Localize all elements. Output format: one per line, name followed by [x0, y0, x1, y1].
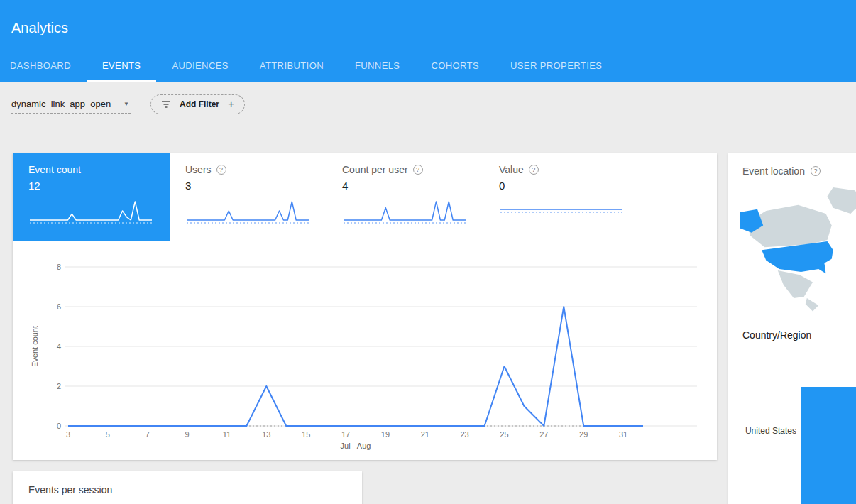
- tab-user-properties[interactable]: USER PROPERTIES: [495, 60, 618, 82]
- svg-text:3: 3: [66, 430, 70, 439]
- north-america-map[interactable]: [738, 186, 856, 324]
- metric-value: 0: [499, 180, 640, 192]
- page-title: Analytics: [11, 20, 68, 36]
- add-filter-button[interactable]: Add Filter +: [150, 94, 245, 114]
- svg-text:5: 5: [106, 430, 110, 439]
- tab-events[interactable]: EVENTS: [87, 60, 156, 82]
- filter-icon: [161, 100, 171, 109]
- svg-text:4: 4: [57, 342, 61, 351]
- country-bar-united-states[interactable]: [801, 387, 856, 504]
- metric-label: Value: [499, 164, 524, 175]
- metric-tile-users[interactable]: Users ? 3: [170, 153, 327, 241]
- metric-tile-event-count[interactable]: Event count 12: [13, 153, 170, 241]
- events-per-session-card: Events per session: [13, 471, 362, 504]
- chevron-down-icon: ▼: [124, 101, 131, 107]
- metric-tile-value[interactable]: Value ? 0: [483, 153, 640, 241]
- metric-label: Users: [185, 164, 212, 175]
- svg-text:Jul - Aug: Jul - Aug: [341, 442, 371, 450]
- svg-text:7: 7: [146, 430, 150, 439]
- main-chart-svg: 0246835791113151719212325272931Jul - Aug: [44, 253, 711, 453]
- users-sparkline: [185, 197, 312, 226]
- svg-text:17: 17: [341, 430, 350, 439]
- tab-dashboard[interactable]: DASHBOARD: [0, 60, 87, 82]
- svg-text:11: 11: [223, 430, 231, 439]
- metric-value: 12: [28, 180, 170, 192]
- event-count-sparkline: [28, 197, 155, 226]
- svg-text:19: 19: [381, 430, 390, 439]
- nav-tabs: DASHBOARD EVENTS AUDIENCES ATTRIBUTION F…: [0, 60, 618, 82]
- metric-value: 4: [342, 180, 483, 192]
- svg-text:15: 15: [302, 430, 310, 439]
- help-icon[interactable]: ?: [811, 166, 821, 176]
- count-per-user-sparkline: [342, 197, 468, 226]
- y-axis-label: Event count: [31, 300, 40, 393]
- map-greenland: [828, 187, 856, 214]
- svg-text:25: 25: [500, 430, 508, 439]
- map-mexico: [778, 270, 813, 298]
- help-icon[interactable]: ?: [413, 165, 423, 175]
- help-icon[interactable]: ?: [529, 165, 539, 175]
- country-row-label: United States: [728, 426, 796, 436]
- event-location-card: Event location ? Country/Region United S…: [728, 153, 856, 504]
- help-icon[interactable]: ?: [216, 165, 226, 175]
- value-sparkline: [499, 197, 625, 226]
- tab-attribution[interactable]: ATTRIBUTION: [244, 60, 339, 82]
- metric-value: 3: [185, 180, 327, 192]
- event-select-value: dynamic_link_app_open: [11, 99, 111, 109]
- tab-cohorts[interactable]: COHORTS: [415, 60, 495, 82]
- app-header: Analytics DASHBOARD EVENTS AUDIENCES ATT…: [0, 0, 856, 82]
- svg-text:8: 8: [57, 263, 61, 271]
- svg-text:0: 0: [57, 422, 61, 430]
- tab-audiences[interactable]: AUDIENCES: [156, 60, 243, 82]
- add-filter-label: Add Filter: [180, 99, 219, 109]
- map-central-america: [806, 298, 818, 311]
- metric-label: Event count: [28, 164, 81, 175]
- events-per-session-title: Events per session: [13, 471, 362, 495]
- svg-text:6: 6: [57, 302, 61, 311]
- svg-text:31: 31: [619, 430, 627, 439]
- svg-text:9: 9: [185, 430, 190, 439]
- svg-text:21: 21: [421, 430, 429, 439]
- svg-text:29: 29: [579, 430, 588, 439]
- tab-funnels[interactable]: FUNNELS: [339, 60, 415, 82]
- event-location-title: Event location: [742, 165, 805, 177]
- country-region-heading: Country/Region: [742, 329, 811, 341]
- metric-tiles: Event count 12 Users ? 3 Count per user …: [13, 153, 717, 241]
- event-select-dropdown[interactable]: dynamic_link_app_open ▼: [11, 95, 131, 114]
- metric-label: Count per user: [342, 164, 408, 175]
- metric-tile-count-per-user[interactable]: Count per user ? 4: [327, 153, 483, 241]
- svg-text:2: 2: [57, 382, 61, 390]
- events-card: Event count 12 Users ? 3 Count per user …: [13, 153, 717, 460]
- svg-text:27: 27: [539, 430, 548, 439]
- svg-text:23: 23: [460, 430, 468, 439]
- svg-text:13: 13: [262, 430, 270, 439]
- plus-icon: +: [228, 98, 234, 111]
